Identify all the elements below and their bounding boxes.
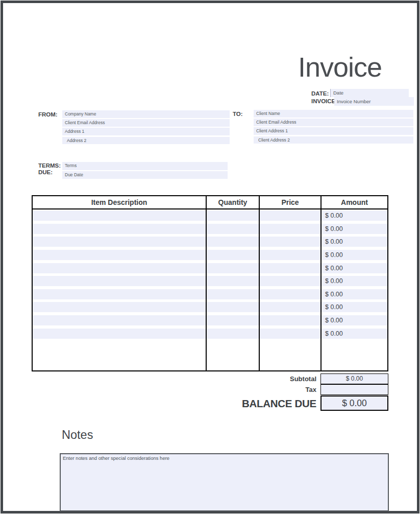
quantity-cell[interactable] <box>207 250 259 260</box>
quantity-cell[interactable] <box>207 315 259 325</box>
description-cell[interactable] <box>33 302 206 312</box>
date-field[interactable]: Date <box>330 89 409 97</box>
quantity-cell[interactable] <box>207 263 259 273</box>
tax-label: Tax <box>306 384 316 395</box>
header-price: Price <box>260 196 322 208</box>
invoice-template-page: Invoice DATE: Date INVOICE Invoice Numbe… <box>0 0 420 514</box>
balance-due-value: $ 0.00 <box>320 395 388 411</box>
header-item-description: Item Description <box>33 196 207 208</box>
quantity-cell[interactable] <box>207 329 259 339</box>
notes-textarea[interactable]: Enter notes and other special considerat… <box>60 453 389 511</box>
due-date-field[interactable]: Due Date <box>62 171 228 179</box>
column-quantity <box>207 209 260 370</box>
price-cell[interactable] <box>260 263 320 273</box>
amount-cell: $ 0.00 <box>322 315 387 325</box>
description-cell[interactable] <box>33 224 206 234</box>
from-label: FROM: <box>38 111 58 118</box>
table-header-row: Item Description Quantity Price Amount <box>33 196 387 209</box>
date-label: DATE: <box>311 89 329 98</box>
terms-field[interactable]: Terms <box>62 162 228 170</box>
price-cell[interactable] <box>260 237 320 247</box>
description-cell[interactable] <box>33 250 206 260</box>
terms-label: TERMS: <box>38 162 61 169</box>
description-cell[interactable] <box>33 289 206 299</box>
from-fields: Company Name Client Email Address Addres… <box>62 110 230 144</box>
amount-cell: $ 0.00 <box>322 276 387 286</box>
from-address1-field[interactable]: Address 1 <box>62 128 230 135</box>
from-email-field[interactable]: Client Email Address <box>62 119 230 127</box>
invoice-title: Invoice <box>298 51 382 83</box>
tax-field[interactable] <box>320 384 388 395</box>
column-item-description <box>33 209 207 370</box>
from-address2-field[interactable]: Address 2 <box>62 137 230 145</box>
quantity-cell[interactable] <box>207 211 259 221</box>
description-cell[interactable] <box>33 329 206 339</box>
amount-cell: $ 0.00 <box>322 289 387 299</box>
price-cell[interactable] <box>260 302 320 312</box>
description-cell[interactable] <box>33 263 206 273</box>
column-price <box>260 209 322 370</box>
price-cell[interactable] <box>260 289 320 299</box>
amount-cell: $ 0.00 <box>322 302 387 312</box>
quantity-cell[interactable] <box>207 276 259 286</box>
to-fields: Client Name Client Email Address Client … <box>254 110 413 144</box>
quantity-cell[interactable] <box>207 224 259 234</box>
quantity-cell[interactable] <box>207 302 259 312</box>
column-amount: $ 0.00 $ 0.00 $ 0.00 $ 0.00 $ 0.00 $ 0.0… <box>322 209 387 370</box>
price-cell[interactable] <box>260 224 320 234</box>
subtotal-label: Subtotal <box>290 373 316 384</box>
amount-cell: $ 0.00 <box>322 211 387 221</box>
price-cell[interactable] <box>260 329 320 339</box>
to-address1-field[interactable]: Client Address 1 <box>254 127 413 135</box>
balance-due-label: BALANCE DUE <box>242 396 316 411</box>
notes-heading: Notes <box>62 428 93 442</box>
to-email-field[interactable]: Client Email Address <box>254 119 413 126</box>
amount-cell: $ 0.00 <box>322 237 387 247</box>
header-amount: Amount <box>322 196 387 208</box>
amount-cell: $ 0.00 <box>322 263 387 273</box>
to-address2-field[interactable]: Client Address 2 <box>254 136 413 144</box>
invoice-number-label: INVOICE <box>311 97 335 105</box>
amount-cell: $ 0.00 <box>322 250 387 260</box>
from-company-name-field[interactable]: Company Name <box>62 110 230 118</box>
subtotal-value: $ 0.00 <box>320 373 388 385</box>
price-cell[interactable] <box>260 250 320 260</box>
line-items-table: Item Description Quantity Price Amount <box>32 195 388 371</box>
to-label: TO: <box>233 111 243 117</box>
invoice-number-field[interactable]: Invoice Number <box>334 97 414 106</box>
to-client-name-field[interactable]: Client Name <box>254 110 413 118</box>
header-quantity: Quantity <box>207 196 260 208</box>
description-cell[interactable] <box>33 276 206 286</box>
description-cell[interactable] <box>33 211 206 221</box>
quantity-cell[interactable] <box>207 289 259 299</box>
price-cell[interactable] <box>260 276 320 286</box>
amount-cell: $ 0.00 <box>322 224 387 234</box>
price-cell[interactable] <box>260 315 320 325</box>
amount-cell: $ 0.00 <box>322 329 387 339</box>
quantity-cell[interactable] <box>207 237 259 247</box>
description-cell[interactable] <box>33 315 206 325</box>
price-cell[interactable] <box>260 211 320 221</box>
description-cell[interactable] <box>33 237 206 247</box>
table-body: $ 0.00 $ 0.00 $ 0.00 $ 0.00 $ 0.00 $ 0.0… <box>33 209 387 370</box>
due-label: DUE: <box>38 169 53 175</box>
